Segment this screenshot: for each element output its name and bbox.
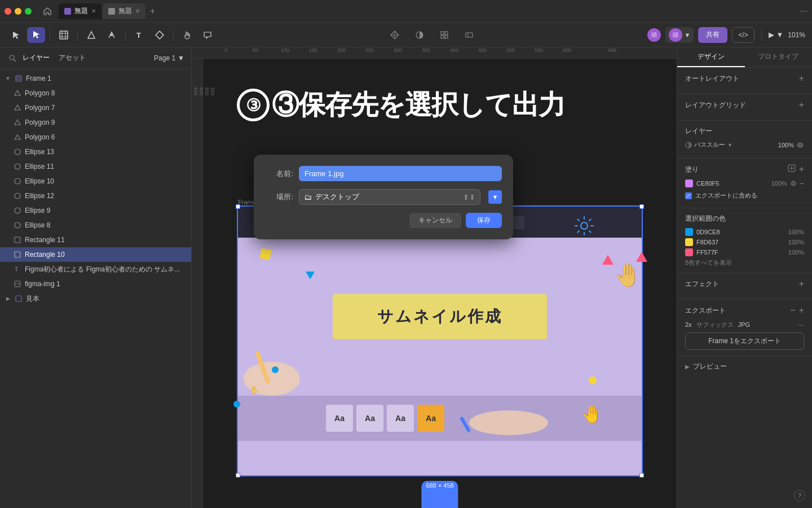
export-add[interactable]: +: [799, 305, 804, 316]
layer-rect11[interactable]: Rectangle 11: [0, 233, 191, 247]
export-more-btn[interactable]: ···: [797, 320, 804, 329]
export-minus[interactable]: −: [790, 305, 795, 316]
layer-poly8[interactable]: Polygon 8: [0, 86, 191, 100]
fill-visibility-icon[interactable]: [789, 179, 797, 187]
handle-tl[interactable]: [236, 204, 240, 209]
layer-ell10[interactable]: Ellipse 10: [0, 174, 191, 189]
layer-poly7[interactable]: Polygon 7: [0, 100, 191, 115]
cancel-button[interactable]: キャンセル: [409, 213, 461, 228]
layer-ell11[interactable]: Ellipse 11: [0, 159, 191, 174]
layer-figimg[interactable]: figma-img 1: [0, 277, 191, 291]
visibility-icon[interactable]: [796, 141, 804, 149]
user-avatar[interactable]: 頭: [647, 28, 661, 42]
play-button[interactable]: ▶ ▼: [769, 30, 783, 39]
sel-color-row-3[interactable]: FF577F 100%: [685, 248, 804, 256]
layer-frame1[interactable]: ▼ Frame 1: [0, 71, 191, 86]
assets-tab[interactable]: アセット: [59, 52, 86, 64]
contrast-icon[interactable]: [411, 27, 429, 43]
new-tab-button[interactable]: +: [147, 6, 158, 16]
dialog-dropdown-btn[interactable]: ▼: [488, 190, 502, 204]
preview-jp-text: サムネイル作成: [377, 306, 502, 327]
blend-mode[interactable]: パススルー: [694, 141, 725, 149]
handle-br[interactable]: [639, 473, 644, 478]
comment-tool[interactable]: [198, 27, 217, 43]
effects-add[interactable]: +: [799, 279, 804, 289]
minimize-button[interactable]: [15, 8, 21, 15]
tab-close-2[interactable]: ✕: [135, 8, 140, 14]
layer-ell13[interactable]: Ellipse 13: [0, 144, 191, 159]
handle-bl[interactable]: [236, 473, 240, 478]
pen-tool[interactable]: [103, 27, 121, 43]
fill-remove[interactable]: −: [800, 179, 804, 188]
page-selector[interactable]: Page 1 ▼: [154, 54, 184, 62]
tab-2[interactable]: 無題 ✕: [103, 3, 145, 19]
sel-swatch-2[interactable]: [685, 238, 693, 246]
search-icon[interactable]: [7, 52, 18, 64]
layer-poly6[interactable]: Polygon 6: [0, 130, 191, 144]
fill-add[interactable]: +: [799, 164, 804, 174]
tab-active[interactable]: 無題 ✕: [59, 3, 102, 19]
sel-swatch-1[interactable]: [685, 228, 693, 236]
polygon-icon-3: [14, 119, 21, 126]
more-options-button[interactable]: ···: [800, 6, 807, 16]
design-tab[interactable]: デザイン: [677, 47, 745, 67]
layer-frame-miken[interactable]: ▶ 見本: [0, 291, 191, 306]
help-button[interactable]: ?: [794, 490, 805, 501]
export-suffix-label: サフィックス: [696, 321, 734, 329]
hand-tool[interactable]: [178, 27, 196, 43]
share-button[interactable]: 共有: [698, 27, 727, 43]
fill-color-row[interactable]: CE80F5 100% −: [685, 179, 804, 188]
design-frame[interactable]: ✋ 🤚 サムネイル作成: [237, 205, 643, 476]
auto-layout-add[interactable]: +: [799, 73, 804, 84]
text-tool[interactable]: T: [130, 27, 148, 43]
select-tool[interactable]: [7, 27, 25, 43]
prototype-tab[interactable]: プロトタイプ: [745, 47, 813, 67]
preview-toggle[interactable]: ▶ プレビュー: [685, 362, 804, 371]
maximize-button[interactable]: [25, 8, 32, 15]
shape-tool[interactable]: [82, 27, 100, 43]
auto-layout-title: オートレイアウト: [685, 74, 739, 84]
layer-poly9[interactable]: Polygon 9: [0, 115, 191, 130]
collapse-icon-2[interactable]: ▶: [5, 295, 11, 302]
dialog-location-select[interactable]: 🗂 デスクトップ ⬆⬇: [299, 189, 480, 205]
export-include-checkbox[interactable]: ✓: [685, 192, 692, 199]
component-icon[interactable]: [386, 27, 404, 43]
layout-grid-add[interactable]: +: [799, 100, 804, 110]
layer-figtext[interactable]: T Figma初心者による Figma初心者のための サムネ...: [0, 262, 191, 277]
dialog-name-input[interactable]: [299, 166, 502, 181]
opacity-value[interactable]: 100%: [778, 142, 794, 148]
canvas[interactable]: 0 50 100 150 200 250 300 350 400 450 500…: [192, 47, 677, 508]
layer-rect10[interactable]: Rectangle 10: [0, 247, 191, 262]
layers-tab[interactable]: レイヤー: [23, 52, 50, 64]
export-format[interactable]: JPG: [738, 321, 750, 328]
sel-color-row-2[interactable]: F8D637 100%: [685, 238, 804, 246]
export-scale[interactable]: 2x: [685, 321, 692, 328]
select-stepper[interactable]: ⬆⬇: [463, 193, 475, 202]
fill-color-swatch[interactable]: [685, 179, 693, 187]
layer-ell12[interactable]: Ellipse 12: [0, 189, 191, 203]
sel-swatch-3[interactable]: [685, 248, 693, 256]
frame-tool[interactable]: [55, 27, 73, 43]
layout-icon[interactable]: [460, 27, 478, 43]
font-box-4: Aa: [417, 405, 444, 432]
arrange-icon[interactable]: [435, 27, 453, 43]
save-button[interactable]: 保存: [466, 213, 502, 228]
folder-icon: 🗂: [304, 192, 312, 202]
collapse-icon[interactable]: ▼: [5, 75, 11, 82]
code-button[interactable]: </>: [732, 27, 754, 43]
tab-close-1[interactable]: ✕: [91, 8, 96, 14]
avatar-dropdown[interactable]: 頭 ▼: [665, 27, 694, 43]
fill-expand-icon[interactable]: [788, 164, 796, 172]
component-tool[interactable]: [151, 27, 169, 43]
pointer-tool[interactable]: [27, 27, 45, 43]
handle-tr[interactable]: [639, 204, 644, 209]
layer-ell9[interactable]: Ellipse 9: [0, 203, 191, 218]
canvas-work-area[interactable]: ③ ③保存先を選択して出力 Frame 1: [203, 59, 677, 508]
zoom-level[interactable]: 101%: [788, 31, 805, 39]
all-colors-link[interactable]: 5色すべてを表示: [685, 259, 804, 267]
close-button[interactable]: [5, 8, 11, 15]
sel-color-row-1[interactable]: 0D9CE8 100%: [685, 228, 804, 236]
home-button[interactable]: [38, 3, 56, 19]
layer-ell8[interactable]: Ellipse 8: [0, 218, 191, 233]
export-button[interactable]: Frame 1をエクスポート: [685, 332, 804, 350]
